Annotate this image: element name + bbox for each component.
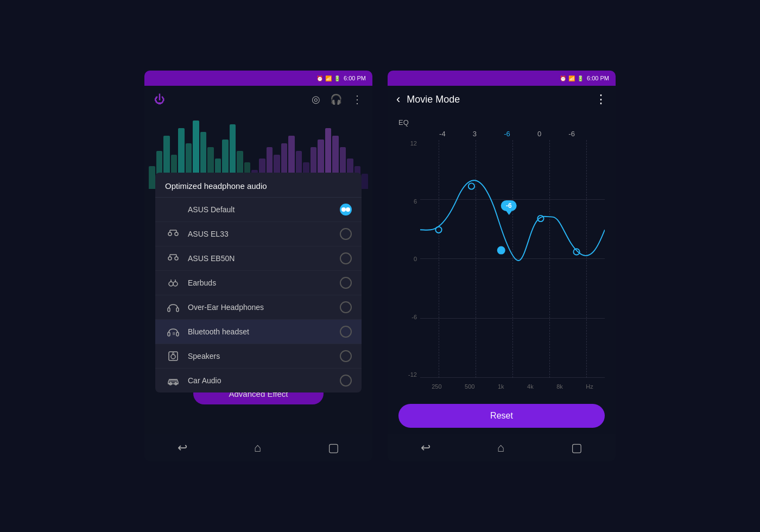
status-bar-left: ⏰ 📶 🔋 6:00 PM — [144, 71, 372, 86]
svg-point-10 — [169, 282, 173, 286]
list-item-speakers[interactable]: Speakers — [155, 344, 362, 369]
svg-point-21 — [173, 353, 174, 354]
list-item-asus-eb50n[interactable]: ASUS EB50N — [155, 246, 362, 271]
x-label-8k: 8k — [556, 383, 563, 390]
radio-bluetooth[interactable] — [340, 326, 352, 338]
asus-el33-label: ASUS EL33 — [188, 230, 340, 238]
svg-point-1 — [175, 232, 178, 236]
y-label-neg12: -12 — [408, 371, 417, 378]
eq-val-0: -4 — [439, 130, 446, 138]
signal-icon-right: 📶 — [568, 75, 575, 81]
battery-icon-right: 🔋 — [577, 75, 584, 81]
movie-mode-title: Movie Mode — [407, 94, 588, 105]
x-label-250: 250 — [432, 383, 441, 390]
svg-rect-24 — [170, 381, 176, 382]
headphone-icon[interactable]: 🎧 — [330, 93, 342, 105]
battery-icon: 🔋 — [334, 75, 340, 81]
y-label-6: 6 — [414, 198, 417, 205]
status-time-right: 6:00 PM — [587, 75, 609, 81]
optimized-audio-popup: Optimized headphone audio ASUS Default — [155, 173, 362, 392]
eq-label: EQ — [398, 118, 605, 126]
back-nav-right[interactable]: ↩ — [421, 441, 430, 455]
svg-point-5 — [168, 257, 172, 260]
more-menu-icon[interactable]: ⋮ — [352, 93, 363, 106]
asus-default-label: ASUS Default — [188, 205, 340, 214]
back-nav-left[interactable]: ↩ — [178, 441, 187, 455]
x-label-4k: 4k — [527, 383, 534, 390]
status-time-left: 6:00 PM — [344, 75, 366, 81]
recents-nav-left[interactable]: ▢ — [328, 441, 339, 455]
svg-point-20 — [171, 354, 175, 359]
svg-point-12 — [173, 282, 178, 286]
eq-dot-500 — [468, 183, 474, 189]
top-bar-right: ‹ Movie Mode ⋮ — [388, 86, 616, 113]
radio-over-ear[interactable] — [340, 301, 352, 313]
alarm-icon: ⏰ — [316, 75, 323, 81]
radio-asus-eb50n[interactable] — [340, 252, 352, 264]
radio-asus-default[interactable] — [340, 204, 352, 216]
bluetooth-label: Bluetooth headset — [188, 327, 340, 336]
x-label-1k: 1k — [498, 383, 504, 390]
x-axis: 250 500 1k 4k 8k Hz — [420, 379, 605, 394]
more-options-icon[interactable]: ⋮ — [595, 92, 607, 106]
eq-val-2: -6 — [504, 130, 510, 138]
asus-eb50n-icon — [165, 252, 181, 264]
top-bar-left: ⏻ ◎ 🎧 ⋮ — [144, 86, 372, 113]
list-item-bluetooth[interactable]: B Bluetooth headset — [155, 320, 362, 344]
nav-bar-right: ↩ ⌂ ▢ — [388, 434, 616, 461]
y-label-0: 0 — [414, 256, 417, 262]
eq-active-marker[interactable]: -6 — [501, 200, 517, 211]
recents-nav-right[interactable]: ▢ — [571, 441, 582, 455]
speakers-icon — [165, 350, 181, 362]
y-label-12: 12 — [410, 140, 417, 147]
eq-dot-1k — [498, 246, 505, 254]
svg-point-6 — [175, 257, 178, 260]
y-label-neg6: -6 — [411, 314, 417, 320]
svg-text:B: B — [173, 332, 175, 335]
list-item-asus-el33[interactable]: ASUS EL33 — [155, 222, 362, 246]
list-item-over-ear[interactable]: Over-Ear Headphones — [155, 295, 362, 320]
power-icon[interactable]: ⏻ — [154, 93, 165, 106]
asus-default-icon-space — [165, 204, 181, 216]
car-audio-icon — [165, 375, 181, 387]
home-nav-right[interactable]: ⌂ — [497, 441, 504, 455]
radio-asus-el33[interactable] — [340, 228, 352, 240]
active-marker-value: -6 — [506, 202, 512, 210]
over-ear-icon — [165, 301, 181, 313]
svg-rect-17 — [176, 332, 179, 336]
radio-speakers[interactable] — [340, 350, 352, 362]
eq-values-row: -4 3 -6 0 -6 — [398, 130, 605, 138]
back-button[interactable]: ‹ — [396, 92, 400, 106]
earbuds-label: Earbuds — [188, 278, 340, 287]
list-item-car-audio[interactable]: Car Audio — [155, 369, 362, 392]
target-icon[interactable]: ◎ — [312, 93, 320, 105]
modal-overlay: Optimized headphone audio ASUS Default — [144, 189, 372, 434]
radio-car-audio[interactable] — [340, 375, 352, 387]
nav-bar-left: ↩ ⌂ ▢ — [144, 434, 372, 461]
speakers-label: Speakers — [188, 352, 340, 360]
reset-button[interactable]: Reset — [398, 404, 605, 428]
eq-curve-svg — [420, 140, 605, 283]
eq-val-1: 3 — [473, 130, 477, 138]
earbuds-icon — [165, 277, 181, 289]
svg-rect-16 — [168, 332, 170, 336]
home-nav-left[interactable]: ⌂ — [254, 441, 261, 455]
asus-el33-icon — [165, 228, 181, 240]
left-phone: ⏰ 📶 🔋 6:00 PM ⏻ ◎ 🎧 ⋮ — [144, 71, 372, 461]
svg-rect-15 — [176, 308, 179, 312]
popup-title: Optimized headphone audio — [155, 173, 362, 198]
list-item-asus-default[interactable]: ASUS Default — [155, 198, 362, 222]
car-audio-label: Car Audio — [188, 376, 340, 385]
eq-val-4: -6 — [568, 130, 575, 138]
eq-section: EQ -4 3 -6 0 -6 12 6 0 -6 -12 — [388, 113, 616, 400]
list-item-earbuds[interactable]: Earbuds — [155, 271, 362, 295]
x-label-500: 500 — [465, 383, 474, 390]
radio-earbuds[interactable] — [340, 277, 352, 289]
eq-dot-8k — [573, 249, 579, 255]
alarm-icon-right: ⏰ — [560, 75, 566, 81]
bluetooth-icon: B — [165, 326, 181, 338]
right-phone: ⏰ 📶 🔋 6:00 PM ‹ Movie Mode ⋮ EQ -4 3 -6 … — [388, 71, 616, 461]
status-bar-right: ⏰ 📶 🔋 6:00 PM — [388, 71, 616, 86]
x-label-hz: Hz — [586, 383, 593, 390]
eq-val-3: 0 — [537, 130, 541, 138]
